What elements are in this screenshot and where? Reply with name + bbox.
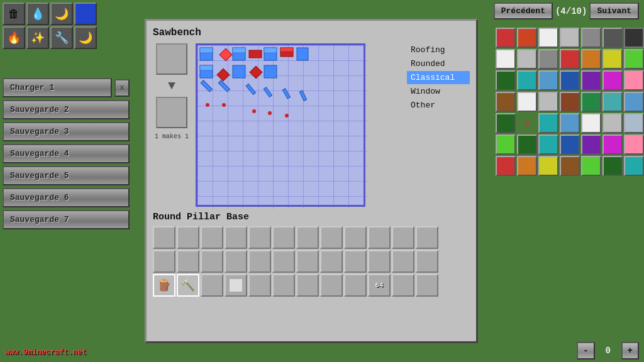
tool-slot-axe[interactable]: 🔨 [177, 274, 199, 297]
inv-slot[interactable] [153, 226, 175, 249]
sauvegarde-2-button[interactable]: Sauvegarde 2 [3, 100, 130, 119]
tool-slot-9[interactable] [344, 274, 367, 297]
previous-button[interactable]: Précédent [494, 3, 553, 19]
inv-slot[interactable] [248, 226, 271, 249]
item-slot[interactable] [496, 134, 516, 155]
item-slot[interactable] [517, 156, 537, 176]
inv-slot[interactable] [296, 226, 319, 249]
tool-slot-10[interactable]: 64 [368, 274, 391, 297]
tool-slot-4[interactable] [225, 274, 247, 297]
tool-slot-7[interactable] [296, 274, 319, 297]
inv-slot[interactable] [225, 226, 247, 249]
item-slot[interactable] [581, 49, 601, 69]
fire-icon[interactable]: 🔥 [3, 26, 25, 49]
item-slot[interactable] [624, 92, 644, 112]
sauvegarde-5-button[interactable]: Sauvegarde 5 [3, 166, 130, 185]
item-slot[interactable] [538, 134, 558, 155]
item-slot[interactable] [602, 134, 623, 155]
sauvegarde-3-button[interactable]: Sauvegarde 3 [3, 122, 130, 141]
moon-icon[interactable]: 🌙 [50, 3, 73, 25]
item-slot[interactable] [581, 28, 601, 48]
tool-slot-3[interactable] [201, 274, 223, 297]
moon2-icon[interactable]: 🌙 [74, 26, 97, 49]
item-slot[interactable] [517, 134, 537, 155]
item-slot[interactable] [624, 134, 644, 155]
item-slot[interactable] [581, 156, 601, 176]
water-icon[interactable]: 💧 [26, 3, 49, 25]
inv-slot[interactable] [296, 250, 319, 273]
inv-slot[interactable] [392, 250, 414, 273]
inv-slot[interactable] [392, 226, 414, 249]
item-slot[interactable] [624, 156, 644, 176]
item-slot[interactable] [602, 92, 623, 112]
category-classical[interactable]: Classical [407, 71, 470, 84]
inv-slot[interactable] [225, 250, 247, 273]
item-slot[interactable] [496, 156, 516, 176]
tool-slot-11[interactable] [392, 274, 414, 297]
item-slot[interactable] [581, 92, 601, 112]
star-icon[interactable]: ✨ [26, 26, 49, 49]
inv-slot[interactable] [368, 226, 391, 249]
item-slot[interactable] [602, 70, 623, 90]
item-slot[interactable] [517, 28, 537, 48]
item-slot[interactable] [517, 92, 537, 112]
inv-slot[interactable] [248, 250, 271, 273]
item-slot[interactable] [602, 156, 623, 176]
nav-minus-button[interactable]: - [577, 342, 594, 359]
tool-slot-6[interactable] [272, 274, 295, 297]
item-slot[interactable] [560, 156, 580, 176]
item-slot[interactable] [602, 113, 623, 133]
inv-slot[interactable] [153, 250, 175, 273]
item-slot[interactable] [581, 70, 601, 90]
inv-slot[interactable] [320, 226, 343, 249]
close-slot-1-button[interactable]: x [114, 79, 130, 97]
item-slot[interactable] [560, 92, 580, 112]
item-slot[interactable] [496, 49, 516, 69]
item-slot[interactable] [602, 49, 623, 69]
item-slot[interactable] [560, 28, 580, 48]
sauvegarde-7-button[interactable]: Sauvegarde 7 [3, 210, 130, 229]
item-slot[interactable] [538, 70, 558, 90]
item-slot[interactable] [581, 134, 601, 155]
category-other[interactable]: Other [407, 99, 470, 112]
item-slot[interactable] [496, 28, 516, 48]
inv-slot[interactable] [416, 226, 438, 249]
blue-icon[interactable] [74, 3, 97, 25]
item-slot[interactable] [538, 156, 558, 176]
tool-slot-12[interactable] [416, 274, 438, 297]
item-slot[interactable] [538, 113, 558, 133]
next-button[interactable]: Suivant [589, 3, 639, 19]
category-roofing[interactable]: Roofing [407, 43, 470, 57]
charger-1-button[interactable]: Charger 1 [3, 78, 112, 97]
item-slot[interactable] [624, 28, 644, 48]
item-slot[interactable] [496, 92, 516, 112]
item-slot[interactable] [624, 70, 644, 90]
item-slot[interactable] [624, 113, 644, 133]
nav-plus-button[interactable]: + [621, 342, 639, 359]
inv-slot[interactable] [344, 250, 367, 273]
tool-slot-stick[interactable]: 🪵 [153, 274, 175, 297]
item-slot[interactable] [538, 49, 558, 69]
tool-slot-8[interactable] [320, 274, 343, 297]
item-slot[interactable] [496, 113, 516, 133]
item-slot[interactable] [538, 92, 558, 112]
item-slot[interactable] [560, 113, 580, 133]
inv-slot[interactable] [344, 226, 367, 249]
inv-slot[interactable] [177, 226, 199, 249]
inv-slot[interactable] [272, 250, 295, 273]
output-slot-result[interactable] [156, 97, 187, 128]
output-slot-top[interactable] [156, 43, 187, 75]
inv-slot[interactable] [201, 250, 223, 273]
sauvegarde-4-button[interactable]: Sauvegarde 4 [3, 144, 130, 163]
wrench-icon[interactable]: 🔧 [50, 26, 73, 49]
inv-slot[interactable] [320, 250, 343, 273]
tool-slot-5[interactable] [248, 274, 271, 297]
category-window[interactable]: Window [407, 85, 470, 98]
inv-slot[interactable] [177, 250, 199, 273]
item-slot[interactable] [602, 28, 623, 48]
trash-icon[interactable]: 🗑 [3, 3, 25, 25]
inv-slot[interactable] [368, 250, 391, 273]
item-slot[interactable] [538, 28, 558, 48]
item-slot[interactable] [517, 49, 537, 69]
item-slot[interactable] [624, 49, 644, 69]
